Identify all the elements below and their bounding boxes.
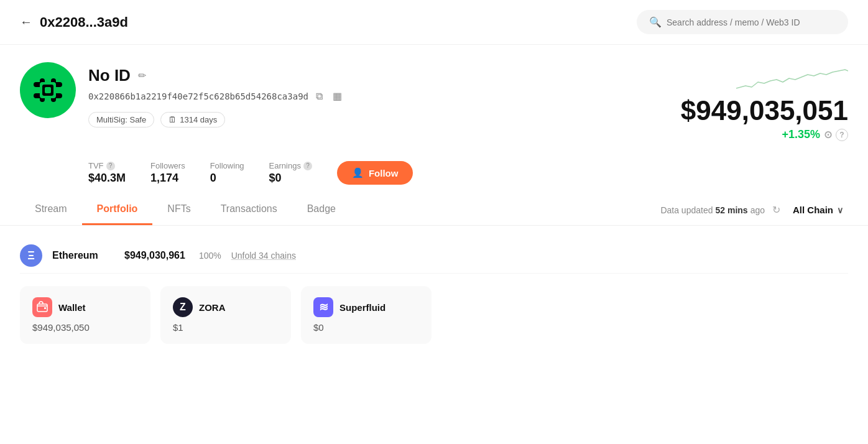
multisig-badge: MultiSig: Safe [88,112,154,127]
stat-earnings: Earnings ? $0 [269,161,312,185]
stat-following-value: 0 [210,172,244,185]
protocol-card-wallet: Wallet $949,035,050 [20,286,150,344]
tvf-help-icon[interactable]: ? [106,162,115,170]
stat-earnings-label: Earnings ? [269,161,312,170]
chain-selector-label: All Chain [793,205,833,215]
earnings-help-icon[interactable]: ? [303,162,312,170]
stat-followers-label: Followers [150,161,185,170]
stat-earnings-value: $0 [269,172,312,185]
profile-address-row: 0x220866b1a2219f40e72f5c628b65d54268ca3a… [88,89,344,103]
days-badge: 🗓 1314 days [160,112,225,127]
chevron-down-circle-icon[interactable]: ⊙ [824,129,832,141]
search-icon: 🔍 [649,16,662,28]
profile-address: 0x220866b1a2219f40e72f5c628b65d54268ca3a… [88,91,308,101]
change-pct: +1.35% [782,128,820,141]
badge-row: MultiSig: Safe 🗓 1314 days [88,112,344,127]
tab-portfolio[interactable]: Portfolio [82,195,153,225]
chain-name: Ethereum [52,250,114,261]
protocol-cards: Wallet $949,035,050 Z ZORA $1 ≋ Superflu… [20,286,848,344]
data-updated-prefix: Data updated [660,205,713,215]
profile-name: No ID [88,66,131,85]
zora-protocol-name: ZORA [199,302,226,313]
tab-transactions[interactable]: Transactions [206,195,292,225]
svg-rect-9 [44,307,46,309]
superfluid-protocol-value: $0 [313,322,419,333]
chain-row: Ξ Ethereum $949,030,961 100% Unfold 34 c… [20,238,848,274]
multisig-badge-label: MultiSig: Safe [96,115,146,124]
tab-badge[interactable]: Badge [292,195,351,225]
stat-followers: Followers 1,174 [150,161,185,185]
zora-protocol-value: $1 [173,322,279,333]
chevron-down-icon: ∨ [837,205,843,215]
protocol-card-superfluid: ≋ Superfluid $0 [301,286,432,344]
help-icon[interactable]: ? [836,129,848,141]
protocol-card-zora: Z ZORA $1 [160,286,291,344]
stat-tvf-label: TVF ? [88,161,126,170]
header: ← 0x2208...3a9d 🔍 [0,0,868,45]
value-change: +1.35% ⊙ ? [782,128,848,141]
wallet-protocol-value: $949,035,050 [32,322,138,333]
wallet-protocol-name: Wallet [58,302,86,313]
stat-tvf-value: $40.3M [88,172,126,185]
stat-followers-value: 1,174 [150,172,185,185]
superfluid-logo: ≋ [313,297,333,317]
tabs-section: Stream Portfolio NFTs Transactions Badge… [0,195,868,226]
copy-address-button[interactable]: ⧉ [313,90,325,103]
header-left: ← 0x2208...3a9d [20,14,128,30]
stat-following-label: Following [210,161,244,170]
follow-btn-label: Follow [369,168,399,178]
protocol-zora-header: Z ZORA [173,297,279,317]
ethereum-logo: Ξ [20,244,42,267]
wallet-logo [32,297,52,317]
avatar [20,62,76,118]
qr-icon: ▦ [333,91,342,101]
edit-name-button[interactable]: ✏ [136,68,149,83]
stat-following: Following 0 [210,161,244,185]
superfluid-protocol-name: Superfluid [339,302,386,313]
stat-tvf: TVF ? $40.3M [88,161,126,185]
copy-icon: ⧉ [316,91,323,101]
profile-left: No ID ✏ 0x220866b1a2219f40e72f5c628b65d5… [20,62,344,127]
data-updated-suffix: ago [750,205,765,215]
qr-code-button[interactable]: ▦ [330,89,344,103]
chain-value: $949,030,961 [124,250,185,261]
refresh-icon[interactable]: ↻ [772,204,780,216]
protocol-wallet-header: Wallet [32,297,138,317]
back-icon: ← [20,15,32,29]
address-title: 0x2208...3a9d [40,14,128,30]
edit-icon: ✏ [138,70,146,81]
portfolio-content: Ξ Ethereum $949,030,961 100% Unfold 34 c… [0,226,868,356]
tabs-right: Data updated 52 mins ago ↻ All Chain ∨ [660,202,848,218]
mini-chart [736,68,848,93]
back-button[interactable]: ← [20,15,32,29]
follow-person-icon: 👤 [352,167,364,178]
profile-name-row: No ID ✏ [88,66,344,85]
avatar-inner [20,62,76,118]
protocol-superfluid-header: ≋ Superfluid [313,297,419,317]
data-updated: Data updated 52 mins ago [660,205,765,215]
follow-button[interactable]: 👤 Follow [337,161,413,185]
days-badge-label: 1314 days [180,115,217,124]
svg-rect-7 [45,87,51,93]
profile-info: No ID ✏ 0x220866b1a2219f40e72f5c628b65d5… [88,62,344,127]
zora-logo: Z [173,297,193,317]
tab-nfts[interactable]: NFTs [152,195,205,225]
chain-pct: 100% [199,251,221,261]
search-bar: 🔍 [637,10,848,34]
calendar-icon: 🗓 [169,115,177,124]
tabs: Stream Portfolio NFTs Transactions Badge [20,195,351,225]
tab-stream[interactable]: Stream [20,195,82,225]
data-updated-mins: 52 mins [715,205,747,215]
profile-section: No ID ✏ 0x220866b1a2219f40e72f5c628b65d5… [0,45,868,151]
chain-selector[interactable]: All Chain ∨ [788,202,848,218]
stats-row: TVF ? $40.3M Followers 1,174 Following 0… [68,151,868,195]
portfolio-value-section: $949,035,051 +1.35% ⊙ ? [681,62,848,141]
search-input[interactable] [667,17,836,27]
total-value: $949,035,051 [681,97,848,124]
unfold-chains-link[interactable]: Unfold 34 chains [231,251,296,261]
